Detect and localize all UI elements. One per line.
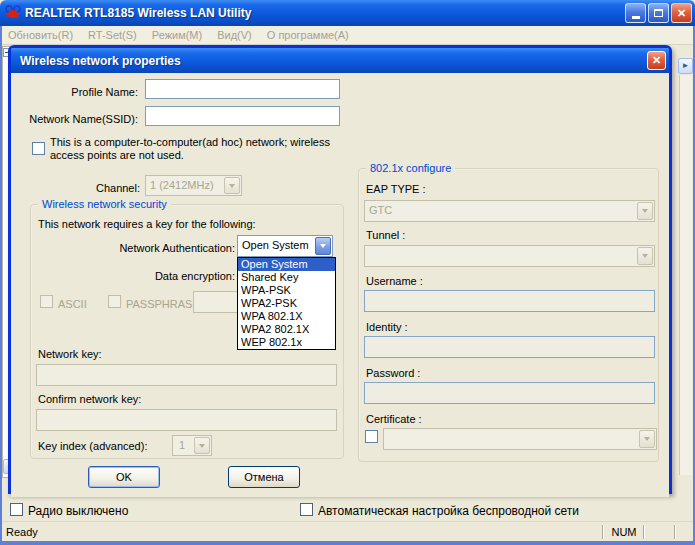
eap-type-label: EAP TYPE : <box>366 182 426 196</box>
window-title: REALTEK RTL8185 Wireless LAN Utility <box>25 6 251 20</box>
minimize-icon <box>632 16 640 19</box>
confirm-key-label: Confirm network key: <box>38 392 141 406</box>
minimize-button[interactable] <box>625 3 646 23</box>
dropdown-option-wpa2-8021x[interactable]: WPA2 802.1X <box>238 323 335 336</box>
key-index-dropdown-icon[interactable] <box>194 437 210 454</box>
adhoc-label: This is a computer-to-computer(ad hoc) n… <box>50 136 346 162</box>
username-label: Username : <box>366 274 423 288</box>
dialog-titlebar: Wireless network properties <box>11 48 669 73</box>
menu-item-about[interactable]: О программе(A) <box>267 29 349 41</box>
window-border-bottom <box>0 541 695 545</box>
network-auth-value: Open System <box>242 239 309 251</box>
channel-dropdown-icon[interactable] <box>224 177 240 194</box>
profile-name-input[interactable] <box>145 79 340 99</box>
statusbar-divider <box>602 525 604 539</box>
auto-config-label: Автоматическая настройка беспроводной се… <box>318 504 579 518</box>
security-note: This network requires a key for the foll… <box>38 217 256 231</box>
passphrase-checkbox[interactable] <box>108 295 121 308</box>
tunnel-combobox[interactable] <box>364 245 655 267</box>
dialog-body: Profile Name: Network Name(SSID): This i… <box>11 73 669 497</box>
dropdown-option-wep-8021x[interactable]: WEP 802.1x <box>238 336 335 349</box>
identity-label: Identity : <box>366 320 408 334</box>
dropdown-option-wpa-psk[interactable]: WPA-PSK <box>238 284 335 297</box>
tunnel-dropdown-icon[interactable] <box>637 247 653 265</box>
radio-off-label: Радио выключено <box>28 504 128 518</box>
confirm-key-input[interactable] <box>36 409 337 431</box>
radio-off-checkbox[interactable] <box>10 503 23 516</box>
key-index-label: Key index (advanced): <box>38 439 147 453</box>
dropdown-option-wpa2-psk[interactable]: WPA2-PSK <box>238 297 335 310</box>
data-encryption-label: Data encryption: <box>71 269 235 283</box>
security-group-title: Wireless network security <box>38 197 171 211</box>
identity-input[interactable] <box>364 336 655 358</box>
password-input[interactable] <box>364 382 655 404</box>
dialog-close-icon: ✕ <box>652 54 661 66</box>
scroll-right-button[interactable]: ► <box>678 58 693 74</box>
window-titlebar: REALTEK RTL8185 Wireless LAN Utility <box>0 0 695 26</box>
adhoc-checkbox[interactable] <box>32 142 45 155</box>
window-border-left <box>0 26 2 545</box>
network-key-input[interactable] <box>36 364 337 386</box>
channel-value: 1 (2412MHz) <box>150 179 214 191</box>
scroll-right-icon: ► <box>682 61 690 70</box>
menu-item-mode[interactable]: Режим(M) <box>152 29 202 41</box>
close-button[interactable]: ✕ <box>671 3 692 23</box>
profile-name-label: Profile Name: <box>11 85 138 99</box>
network-key-label: Network key: <box>38 347 102 361</box>
close-icon: ✕ <box>677 8 686 19</box>
dropdown-option-wpa-8021x[interactable]: WPA 802.1X <box>238 310 335 323</box>
dropdown-option-shared-key[interactable]: Shared Key <box>238 271 335 284</box>
tunnel-label: Tunnel : <box>366 228 405 242</box>
network-auth-dropdown-icon[interactable] <box>315 237 331 255</box>
menu-item-rtset[interactable]: RT-Set(S) <box>88 29 137 41</box>
certificate-combobox[interactable] <box>383 428 657 450</box>
eap-type-dropdown-icon[interactable] <box>637 202 653 220</box>
ascii-checkbox[interactable] <box>40 295 53 308</box>
certificate-dropdown-icon[interactable] <box>639 430 655 448</box>
certificate-label: Certificate : <box>366 412 422 426</box>
certificate-checkbox[interactable] <box>365 430 378 443</box>
dialog-close-button[interactable]: ✕ <box>647 51 666 70</box>
network-auth-dropdown-list: Open System Shared Key WPA-PSK WPA2-PSK … <box>237 257 336 350</box>
ok-button[interactable]: OK <box>88 466 160 488</box>
maximize-button[interactable] <box>648 3 669 23</box>
background-right-panel <box>679 75 692 475</box>
ssid-label: Network Name(SSID): <box>11 112 138 126</box>
statusbar-divider <box>643 525 645 539</box>
channel-combobox[interactable]: 1 (2412MHz) <box>145 175 242 196</box>
ieee8021x-group-title: 802.1x configure <box>366 161 455 175</box>
username-input[interactable] <box>364 290 655 312</box>
ssid-input[interactable] <box>145 106 340 126</box>
key-index-combobox[interactable]: 1 <box>172 435 212 456</box>
network-auth-label: Network Authentication: <box>71 241 235 255</box>
dialog-title: Wireless network properties <box>20 54 181 68</box>
wireless-properties-dialog: Wireless network properties ✕ Profile Na… <box>8 45 672 494</box>
dropdown-option-open-system[interactable]: Open System <box>238 258 335 271</box>
status-text: Ready <box>6 525 38 539</box>
eap-type-value: GTC <box>369 204 392 216</box>
password-label: Password : <box>366 366 420 380</box>
eap-type-combobox[interactable]: GTC <box>364 200 655 222</box>
menu-item-view[interactable]: Вид(V) <box>217 29 252 41</box>
application-window: REALTEK RTL8185 Wireless LAN Utility ✕ О… <box>0 0 695 545</box>
num-lock-indicator: NUM <box>607 525 641 539</box>
channel-label: Channel: <box>11 181 140 195</box>
ascii-label: ASCII <box>58 297 87 311</box>
statusbar-divider <box>674 525 676 539</box>
passphrase-label: PASSPHRASE <box>126 297 200 311</box>
cancel-button[interactable]: Отмена <box>228 466 300 488</box>
menu-bar: Обновить(R) RT-Set(S) Режим(M) Вид(V) О … <box>0 26 695 45</box>
realtek-crab-icon <box>5 5 21 21</box>
network-auth-combobox[interactable]: Open System <box>237 235 333 257</box>
menu-item-refresh[interactable]: Обновить(R) <box>8 29 73 41</box>
auto-config-checkbox[interactable] <box>300 503 313 516</box>
key-index-value: 1 <box>179 439 185 451</box>
maximize-icon <box>654 9 663 17</box>
status-bar: Ready NUM <box>0 521 695 541</box>
